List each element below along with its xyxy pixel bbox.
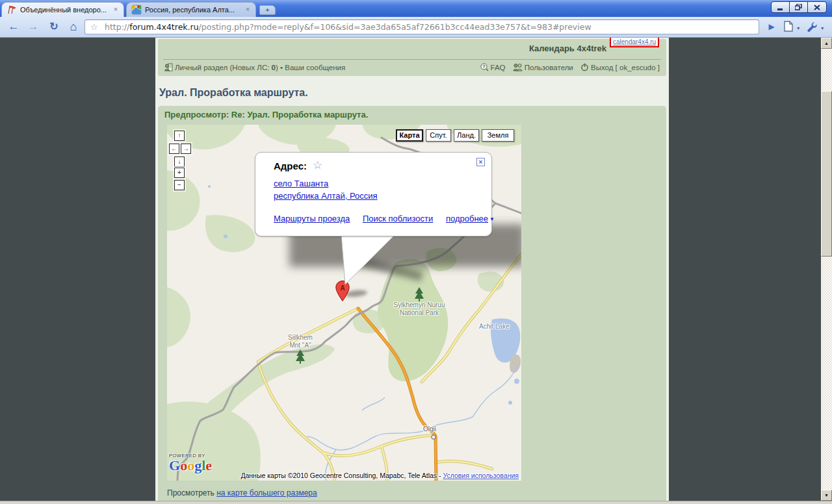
scroll-up-button[interactable]: ▲ [821,38,832,49]
wrench-icon [807,21,817,32]
page-title: Урал. Проработка маршрута. [159,87,308,99]
close-icon [814,5,820,10]
url-host: forum.4x4trek.ru [129,22,198,32]
titlebar: Объединённый внедоро... × Россия, респуб… [0,0,832,17]
bullet-separator: • [280,64,283,71]
bubble-title: Адрес: [274,160,307,171]
scrollbar-thumb[interactable] [821,91,832,257]
forward-icon[interactable]: → [25,18,42,35]
map-marker-pin[interactable]: A [335,281,350,301]
users-link[interactable]: Пользователи [525,64,573,71]
logout-link[interactable]: Выход [ ok_escudo ] [591,64,660,71]
pan-up-button[interactable]: ↑ [174,131,185,141]
url-path: /posting.php?mode=reply&f=106&sid=3ae3da… [199,22,592,32]
zoom-in-button[interactable]: + [174,168,185,178]
town-marker-olgii [432,435,436,439]
google-map[interactable]: SiilkhemMnt "A" Sylkhemyn NuruuNational … [167,125,521,481]
map-label-park: Sylkhemyn NuruuNational Park [387,301,452,317]
faq-icon: ? [480,63,489,71]
maps-favicon-icon [131,5,142,15]
tab-maps-title: Россия, республика Алта... [145,3,240,17]
zoom-out-button[interactable]: − [174,180,185,190]
faq-link[interactable]: FAQ [491,64,506,71]
address-link-line2[interactable]: республика Алтай, Россия [274,190,378,202]
vertical-scrollbar[interactable]: ▲ ▼ [821,38,832,501]
user-profile-icon [164,63,173,71]
close-window-button[interactable] [808,2,826,12]
window-bottom-edge [0,501,832,504]
tab-forum[interactable]: Объединённый внедоро... × [1,2,124,17]
tab-forum-title: Объединённый внедоро... [20,3,108,17]
users-icon [513,63,523,71]
go-button[interactable]: ▶ [763,18,780,35]
new-tab-button[interactable]: + [259,5,276,15]
tools-menu-caret-icon: ▼ [820,26,825,31]
tab-maps[interactable]: Россия, республика Алта... × [126,2,256,17]
bubble-star-icon[interactable]: ☆ [313,158,322,172]
personal-section-link[interactable]: Личный раздел (Новых ЛС: 0) [175,64,278,71]
map-label-lake: Achit Lake [479,323,510,331]
calendar-label: Календарь 4x4trek [529,44,606,53]
calendar-promo-link[interactable]: calendar4x4.ru [610,38,659,47]
tab-close-icon[interactable]: × [111,5,120,14]
back-icon[interactable]: ← [5,18,22,35]
url-text: http://forum.4x4trek.ru/posting.php?mode… [105,20,755,34]
tools-menu-button[interactable]: ▼ [805,18,827,35]
reload-icon[interactable]: ↻ [46,18,62,35]
pan-left-button[interactable]: ← [169,144,179,154]
scroll-down-button[interactable]: ▼ [821,490,832,501]
page-icon [784,21,793,32]
restore-icon [795,4,802,10]
your-posts-link[interactable]: Ваши сообщения [285,64,345,71]
window-controls [771,1,827,13]
map-type-satellite-button[interactable]: Спут. [426,129,451,142]
minimize-icon [777,5,784,10]
google-branding: POWERED BY Google [169,453,212,473]
view-prefix: Просмотреть [167,488,216,498]
bookmark-star-icon[interactable]: ☆ [90,20,98,34]
forum-content-column: Календарь 4x4trek calendar4x4.ru Личный … [155,38,669,501]
search-nearby-link[interactable]: Поиск поблизости [363,214,433,223]
page-menu-caret-icon: ▼ [796,26,801,31]
map-type-earth-button[interactable]: Земля [482,129,514,142]
view-larger-map-link[interactable]: на карте большего размера [216,488,317,498]
svg-text:?: ? [482,64,486,69]
page-menu-button[interactable]: ▼ [781,18,803,35]
browser-toolbar: ← → ↻ ⌂ ☆ http://forum.4x4trek.ru/postin… [0,17,832,38]
attribution-text: Данные карты ©2010 Geocentre Consulting,… [240,472,443,479]
address-link-line1[interactable]: село Ташанта [274,177,378,190]
terms-link[interactable]: Условия использования [443,472,519,479]
minimize-button[interactable] [772,2,790,12]
more-link[interactable]: подробнее [446,214,488,223]
map-label-city: Olgii [423,425,436,433]
pan-down-button[interactable]: ↓ [174,157,185,167]
more-caret-icon: ▼ [489,216,495,222]
url-scheme: http:// [105,22,129,32]
forum-header-panel: Календарь 4x4trek calendar4x4.ru Личный … [158,39,666,76]
marker-letter: A [340,284,344,292]
tab-close-icon[interactable]: × [243,5,252,14]
preview-title: Предпросмотр: Re: Урал. Проработка маршр… [164,110,368,120]
url-bar[interactable]: ☆ http://forum.4x4trek.ru/posting.php?mo… [84,19,759,34]
home-icon[interactable]: ⌂ [65,18,82,35]
browser-window: Объединённый внедоро... × Россия, респуб… [0,0,832,504]
map-type-map-button[interactable]: Карта [396,129,423,142]
forum-favicon-icon [6,5,17,15]
session-links: ? FAQ Пользователи Выход [ ok_esc [480,63,660,71]
page-viewport: Календарь 4x4trek calendar4x4.ru Личный … [0,38,821,501]
map-attribution: Данные карты ©2010 Geocentre Consulting,… [240,472,519,479]
google-logo: Google [169,459,212,473]
directions-link[interactable]: Маршруты проезда [274,214,350,223]
bubble-close-icon[interactable]: × [476,158,485,166]
map-label-mountain: SiilkhemMnt "A" [274,334,326,349]
map-type-terrain-button[interactable]: Ланд. [454,129,479,142]
pan-right-button[interactable]: → [181,144,191,154]
logout-power-icon [580,63,589,71]
personal-links: Личный раздел (Новых ЛС: 0) • Ваши сообщ… [164,63,345,71]
header-separator [163,59,661,60]
view-larger-line: Просмотреть на карте большего размера [167,488,317,498]
restore-button[interactable] [790,2,808,12]
info-bubble: × Адрес: ☆ село Ташанта республика Алтай… [255,152,492,236]
preview-panel: Предпросмотр: Re: Урал. Проработка маршр… [158,106,666,501]
